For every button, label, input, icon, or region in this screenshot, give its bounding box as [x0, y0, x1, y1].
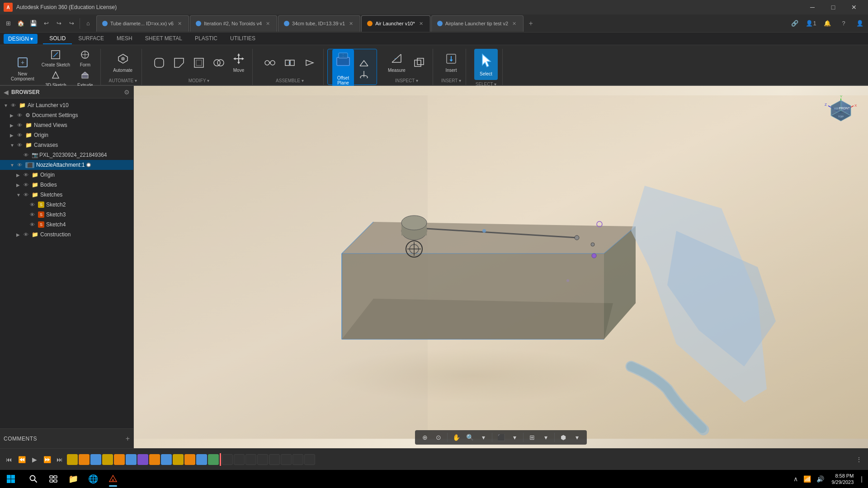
vp-display-arrow[interactable]: ▾	[508, 432, 521, 443]
nozzle-origin-expand[interactable]: ▶	[16, 173, 23, 178]
tl-item-21[interactable]	[304, 454, 315, 465]
tl-item-8[interactable]	[149, 454, 160, 465]
tl-item-4[interactable]	[102, 454, 113, 465]
nozzle-expand[interactable]: ▼	[10, 163, 16, 168]
tl-item-13[interactable]	[208, 454, 219, 465]
tree-nozzle-origin[interactable]: ▶ 👁 📁 Origin	[0, 170, 133, 180]
tab-mesh[interactable]: MESH	[110, 33, 139, 44]
sketches-vis[interactable]: 👁	[24, 192, 31, 197]
vp-grid-arrow[interactable]: ▾	[539, 432, 552, 443]
canvases-expand[interactable]: ▼	[10, 143, 16, 148]
tl-item-18[interactable]	[269, 454, 280, 465]
tl-item-11[interactable]	[184, 454, 195, 465]
tl-item-17[interactable]	[257, 454, 268, 465]
tab-sheet-metal[interactable]: SHEET METAL	[139, 33, 189, 44]
tree-sketch2[interactable]: 👁 S Sketch2	[0, 200, 133, 210]
tab-utilities[interactable]: UTILITIES	[224, 33, 262, 44]
tree-construction[interactable]: ▶ 👁 📁 Construction	[0, 230, 133, 239]
tab-close-2[interactable]: ✕	[264, 20, 271, 27]
tl-item-16[interactable]	[245, 454, 256, 465]
named-views-vis[interactable]: 👁	[17, 122, 24, 128]
user-count-button[interactable]: 👤1	[805, 17, 817, 30]
construction-vis[interactable]: 👁	[24, 232, 31, 237]
pxl-vis[interactable]: 👁	[24, 152, 31, 158]
shell-button[interactable]	[190, 55, 208, 71]
vp-zoom-arrow[interactable]: ▾	[477, 432, 490, 443]
vp-camera-button[interactable]: ⬢	[557, 432, 570, 443]
share-button[interactable]: 🔗	[788, 17, 801, 30]
tab-solid[interactable]: SOLID	[43, 33, 72, 44]
taskbar-autodesk-active[interactable]: A	[103, 470, 123, 488]
tl-item-10[interactable]	[173, 454, 184, 465]
notification-bell[interactable]: 🔔	[821, 17, 834, 30]
tl-item-1[interactable]	[67, 454, 78, 465]
timeline-playhead[interactable]	[220, 453, 221, 466]
taskbar-volume-icon[interactable]: 🔊	[815, 475, 826, 483]
tl-skip-end-button[interactable]: ⏭	[54, 454, 65, 465]
tl-item-2[interactable]	[79, 454, 90, 465]
redo-button[interactable]: ↪	[65, 17, 78, 30]
tab-tube-diameter[interactable]: Tube diamete... ID=xx.xx) v6 ✕	[96, 15, 189, 32]
tab-airplane-launcher[interactable]: Airplane Launcher tip test v2 ✕	[431, 15, 524, 32]
maximize-button[interactable]: □	[823, 0, 844, 14]
tree-pxl-file[interactable]: 👁 📷 PXL_20230924_221849364	[0, 150, 133, 160]
combine-button[interactable]	[210, 55, 228, 71]
minimize-button[interactable]: ─	[802, 0, 823, 14]
bodies-vis[interactable]: 👁	[24, 182, 31, 188]
sketch4-vis[interactable]: 👁	[30, 222, 37, 227]
taskbar-file-explorer[interactable]: 📁	[63, 470, 83, 488]
nozzle-origin-vis[interactable]: 👁	[24, 172, 31, 178]
doc-settings-vis[interactable]: 👁	[17, 113, 24, 118]
sketch2-vis[interactable]: 👁	[30, 202, 37, 207]
tab-close-5[interactable]: ✕	[511, 20, 518, 27]
origin-vis[interactable]: 👁	[17, 132, 24, 138]
nozzle-vis[interactable]: 👁	[17, 162, 24, 168]
chamfer-button[interactable]	[170, 55, 188, 71]
tl-item-20[interactable]	[292, 454, 303, 465]
insert-button[interactable]: Insert	[442, 51, 460, 75]
tl-item-5[interactable]	[114, 454, 125, 465]
construction-expand[interactable]: ▶	[16, 232, 23, 237]
drive-joints-button[interactable]	[301, 55, 319, 71]
vp-pan-button[interactable]: ✋	[450, 432, 462, 443]
vp-display-button[interactable]: ⬛	[495, 432, 507, 443]
canvases-vis[interactable]: 👁	[17, 142, 24, 148]
browser-back-button[interactable]: ◀	[4, 89, 9, 96]
tab-34cm-tube[interactable]: 34cm tube, ID=13.39 v1 ✕	[278, 15, 360, 32]
tl-item-15[interactable]	[234, 454, 245, 465]
user-avatar[interactable]: 👤	[854, 17, 866, 30]
vp-camera-arrow[interactable]: ▾	[571, 432, 583, 443]
browser-settings-icon[interactable]: ⚙	[124, 89, 130, 96]
form-button[interactable]: Form	[75, 49, 95, 68]
root-expand-icon[interactable]: ▼	[4, 103, 10, 108]
vp-grid-button[interactable]: ⊞	[526, 432, 538, 443]
home-icon[interactable]: 🏠	[14, 17, 27, 30]
tree-sketch4[interactable]: 👁 S Sketch4	[0, 220, 133, 230]
tl-item-7[interactable]	[137, 454, 148, 465]
taskbar-chevron[interactable]: ∧	[792, 475, 800, 483]
comments-add-button[interactable]: +	[126, 435, 130, 443]
taskbar-taskview-button[interactable]	[43, 470, 63, 488]
taskbar-browser[interactable]: 🌐	[83, 470, 103, 488]
undo-arrow-button[interactable]: ↪	[52, 17, 65, 30]
offset-plane-button[interactable]: OffsetPlane	[332, 49, 354, 87]
add-tab-button[interactable]: +	[524, 17, 537, 30]
origin-expand[interactable]: ▶	[10, 133, 16, 138]
tl-item-9[interactable]	[161, 454, 172, 465]
tree-sketch3[interactable]: 👁 S Sketch3	[0, 210, 133, 220]
viewport[interactable]: X Y Z FRONT LEFT TOP ⊕ ⊙ ✋ 🔍 ▾	[134, 86, 868, 448]
tree-doc-settings[interactable]: ▶ 👁 ⚙ Document Settings	[0, 110, 133, 120]
tl-next-button[interactable]: ⏩	[42, 454, 52, 465]
construct-btn-3[interactable]	[356, 69, 372, 79]
vp-snap-button[interactable]: ⊕	[419, 432, 431, 443]
taskbar-network-icon[interactable]: 📶	[802, 475, 813, 483]
tab-close-3[interactable]: ✕	[348, 20, 354, 27]
tl-item-14[interactable]	[222, 454, 233, 465]
tl-skip-start-button[interactable]: ⏮	[4, 454, 14, 465]
tl-play-button[interactable]: ▶	[29, 454, 40, 465]
tab-iteration[interactable]: Iteration #2, No Toroids v4 ✕	[190, 15, 277, 32]
tl-item-12[interactable]	[196, 454, 207, 465]
tree-origin[interactable]: ▶ 👁 📁 Origin	[0, 130, 133, 140]
named-views-expand[interactable]: ▶	[10, 123, 16, 128]
tl-prev-button[interactable]: ⏪	[16, 454, 27, 465]
